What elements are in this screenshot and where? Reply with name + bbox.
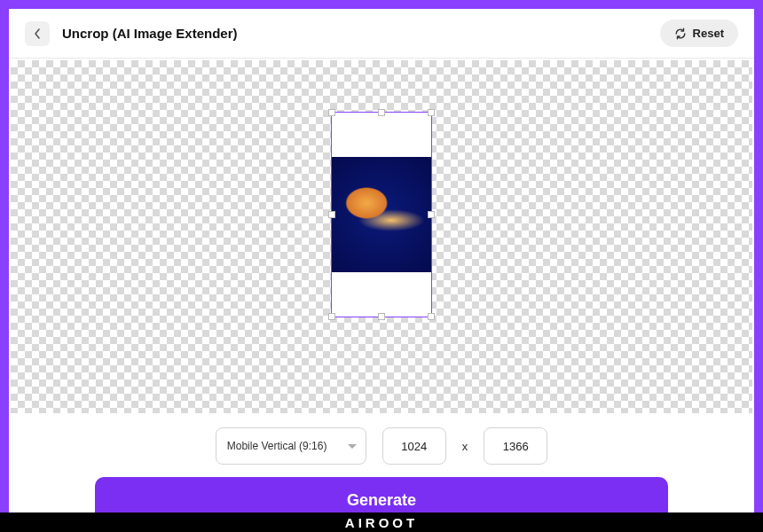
reset-button[interactable]: Reset	[660, 20, 738, 47]
resize-handle-bottom[interactable]	[378, 313, 385, 320]
resize-handle-left[interactable]	[328, 211, 335, 218]
resize-handle-right[interactable]	[428, 211, 435, 218]
resize-handle-bottom-right[interactable]	[428, 313, 435, 320]
width-input[interactable]	[382, 427, 446, 465]
controls-panel: Mobile Vertical (9:16) x Generate	[9, 415, 754, 523]
resize-handle-top-left[interactable]	[328, 109, 335, 116]
chevron-left-icon	[34, 28, 41, 39]
canvas-area[interactable]	[11, 60, 752, 413]
app-frame: Uncrop (AI Image Extender) Reset Mobile …	[9, 9, 754, 523]
resize-handle-bottom-left[interactable]	[328, 313, 335, 320]
brand-name: AIROOT	[345, 515, 418, 530]
page-title: Uncrop (AI Image Extender)	[62, 26, 238, 41]
crop-box[interactable]	[331, 112, 432, 317]
header-left: Uncrop (AI Image Extender)	[25, 21, 238, 46]
aspect-ratio-select[interactable]: Mobile Vertical (9:16)	[216, 427, 366, 465]
aspect-ratio-value: Mobile Vertical (9:16)	[227, 440, 327, 452]
brand-footer: AIROOT	[0, 512, 763, 532]
controls-row: Mobile Vertical (9:16) x	[216, 427, 548, 465]
source-image[interactable]	[332, 157, 431, 272]
aspect-select-wrap: Mobile Vertical (9:16)	[216, 427, 366, 465]
back-button[interactable]	[25, 21, 50, 46]
dimension-separator: x	[462, 440, 468, 453]
resize-handle-top[interactable]	[378, 109, 385, 116]
reset-label: Reset	[693, 27, 724, 40]
header: Uncrop (AI Image Extender) Reset	[9, 9, 754, 59]
height-input[interactable]	[484, 427, 547, 465]
resize-handle-top-right[interactable]	[428, 109, 435, 116]
refresh-icon	[674, 27, 687, 40]
